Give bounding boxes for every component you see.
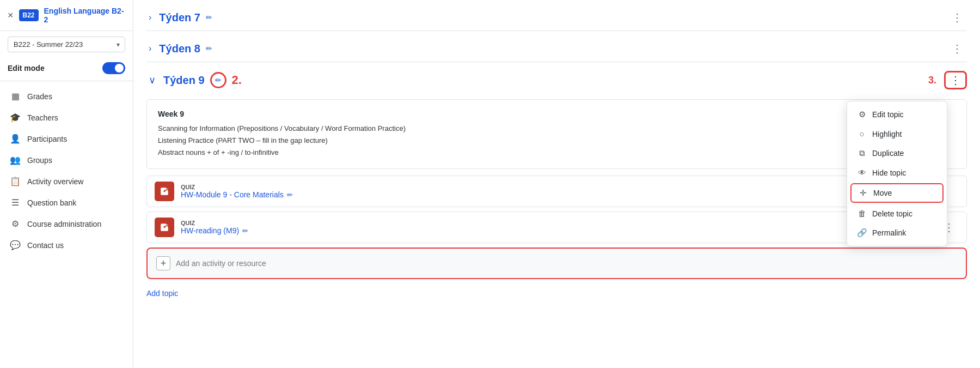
participants-icon: 👤 (10, 134, 21, 144)
quiz-icon-2 (155, 218, 174, 237)
sidebar-header: × B22 English Language B2-2 (0, 0, 133, 31)
sidebar-item-label: Contact us (27, 241, 64, 250)
quiz-item-2: QUIZ HW-reading (M9) ✏ 4. ⋮ (146, 212, 967, 243)
close-icon[interactable]: × (8, 10, 14, 20)
menu-item-label: Move (873, 189, 892, 197)
sidebar-item-contact-us[interactable]: 💬 Contact us (0, 234, 133, 256)
sidebar-item-question-bank[interactable]: ☰ Question bank (0, 192, 133, 213)
week9-actions: 3. ⋮ (928, 71, 967, 89)
question-bank-icon: ☰ (10, 197, 21, 208)
week7-edit-pencil[interactable]: ✏ (206, 13, 212, 22)
quiz-info-2: QUIZ HW-reading (M9) ✏ (181, 220, 248, 235)
quiz-type-2: QUIZ (181, 220, 248, 226)
sidebar-nav: ▦ Grades 🎓 Teachers 👤 Participants 👥 Gro… (0, 81, 133, 368)
menu-item-highlight[interactable]: ○ Highlight (847, 124, 947, 143)
quiz-pencil-2[interactable]: ✏ (242, 227, 248, 235)
course-title: English Language B2-2 (44, 7, 125, 24)
week7-chevron[interactable]: › (146, 13, 154, 22)
sidebar-item-course-admin[interactable]: ⚙ Course administration (0, 213, 133, 234)
sidebar: × B22 English Language B2-2 B222 - Summe… (0, 0, 133, 368)
course-select[interactable]: B222 - Summer 22/23 (8, 37, 125, 52)
course-admin-icon: ⚙ (10, 219, 21, 229)
edit-mode-label: Edit mode (8, 64, 45, 73)
week8-actions: ⋮ (947, 41, 967, 56)
quiz-pencil-1[interactable]: ✏ (287, 191, 293, 199)
context-menu: ⚙ Edit topic ○ Highlight ⧉ Duplicate 👁 H… (847, 101, 947, 246)
sidebar-item-label: Groups (27, 156, 52, 165)
sidebar-item-teachers[interactable]: 🎓 Teachers (0, 107, 133, 128)
week8-chevron[interactable]: › (146, 44, 154, 53)
week7-title: Týden 7 (159, 11, 200, 24)
week9-content-heading: Week 9 (158, 110, 955, 118)
sidebar-item-grades[interactable]: ▦ Grades (0, 86, 133, 107)
activity-overview-icon: 📋 (10, 176, 21, 186)
highlight-icon: ○ (857, 129, 867, 138)
permalink-icon: 🔗 (857, 228, 867, 238)
week9-content-lines: Scanning for Information (Prepositions /… (158, 123, 955, 159)
quiz-icon-1 (155, 182, 174, 201)
teachers-icon: 🎓 (10, 112, 21, 123)
week9-chevron[interactable]: ∨ (146, 74, 158, 86)
course-selector[interactable]: B222 - Summer 22/23 (8, 37, 125, 52)
week9-header: ∨ Týden 9 ✏ 2. 3. ⋮ (146, 62, 967, 94)
week8-edit-pencil[interactable]: ✏ (206, 44, 212, 53)
add-activity-row[interactable]: + Add an activity or resource (146, 248, 967, 279)
sidebar-item-activity-overview[interactable]: 📋 Activity overview (0, 171, 133, 192)
sidebar-item-groups[interactable]: 👥 Groups (0, 149, 133, 171)
hide-topic-icon: 👁 (857, 168, 867, 177)
week7-title-row: › Týden 7 ✏ (146, 11, 212, 24)
menu-item-label: Delete topic (872, 209, 912, 218)
menu-item-hide-topic[interactable]: 👁 Hide topic (847, 163, 947, 182)
delete-topic-icon: 🗑 (857, 209, 867, 218)
plus-button[interactable]: + (156, 256, 170, 270)
groups-icon: 👥 (10, 155, 21, 165)
sidebar-item-label: Activity overview (27, 177, 83, 186)
move-icon: ✛ (858, 188, 868, 198)
step-2-label: 2. (232, 73, 242, 87)
week8-title: Týden 8 (159, 43, 200, 55)
menu-item-move[interactable]: ✛ Move (850, 183, 944, 203)
main-content: › Týden 7 ✏ ⋮ › Týden 8 ✏ ⋮ ∨ Týden 9 (133, 0, 980, 368)
menu-item-edit-topic[interactable]: ⚙ Edit topic (847, 105, 947, 124)
contact-icon: 💬 (10, 240, 21, 250)
duplicate-icon: ⧉ (857, 148, 867, 158)
week9-title: Týden 9 (163, 74, 205, 87)
week9-three-dot-button[interactable]: ⋮ (944, 71, 967, 89)
add-topic-link[interactable]: Add topic (146, 289, 178, 298)
add-activity-text: Add an activity or resource (176, 259, 266, 268)
menu-item-label: Hide topic (872, 168, 906, 177)
week9-content-box: Week 9 Scanning for Information (Preposi… (146, 99, 967, 169)
quiz-link-2[interactable]: HW-reading (M9) ✏ (181, 226, 248, 235)
menu-item-label: Duplicate (872, 149, 904, 158)
week7-actions: ⋮ (947, 10, 967, 25)
quiz-type-1: QUIZ (181, 184, 293, 190)
quiz-info-1: QUIZ HW-Module 9 - Core Materials ✏ (181, 184, 293, 199)
step-3-label: 3. (928, 75, 936, 86)
menu-item-permalink[interactable]: 🔗 Permalink (847, 223, 947, 243)
sidebar-item-label: Question bank (27, 198, 76, 207)
sidebar-item-participants[interactable]: 👤 Participants (0, 128, 133, 149)
grades-icon: ▦ (10, 91, 21, 101)
week8-three-dot-button[interactable]: ⋮ (947, 41, 967, 56)
edit-mode-row: Edit mode (0, 58, 133, 81)
quiz-item-1: QUIZ HW-Module 9 - Core Materials ✏ (146, 176, 967, 207)
sidebar-item-label: Teachers (27, 113, 58, 122)
quiz-link-1[interactable]: HW-Module 9 - Core Materials ✏ (181, 190, 293, 199)
menu-item-delete-topic[interactable]: 🗑 Delete topic (847, 204, 947, 223)
edit-mode-toggle[interactable] (102, 62, 125, 74)
course-badge: B22 (19, 9, 39, 21)
menu-item-label: Highlight (872, 130, 902, 138)
sidebar-item-label: Course administration (27, 220, 101, 228)
edit-topic-icon: ⚙ (857, 110, 867, 119)
quiz-left-2: QUIZ HW-reading (M9) ✏ (155, 218, 248, 237)
menu-item-label: Edit topic (872, 110, 904, 119)
week9-title-row: ∨ Týden 9 ✏ 2. (146, 72, 242, 88)
quiz-left-1: QUIZ HW-Module 9 - Core Materials ✏ (155, 182, 293, 201)
week8-header: › Týden 8 ✏ ⋮ (146, 31, 967, 62)
week9-edit-pencil-highlighted[interactable]: ✏ (210, 72, 226, 88)
week7-three-dot-button[interactable]: ⋮ (947, 10, 967, 25)
sidebar-item-label: Participants (27, 135, 67, 143)
menu-item-label: Permalink (872, 228, 906, 237)
sidebar-item-label: Grades (27, 92, 52, 101)
menu-item-duplicate[interactable]: ⧉ Duplicate (847, 143, 947, 163)
